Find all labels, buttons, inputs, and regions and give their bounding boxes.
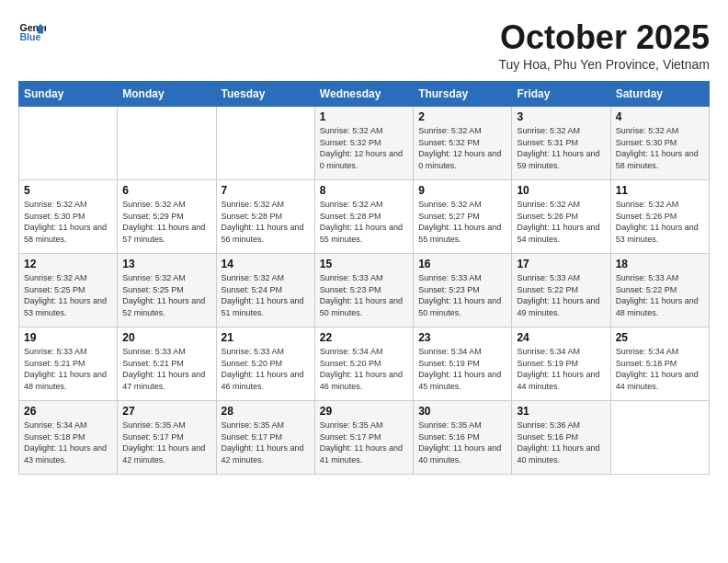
day-info: Sunrise: 5:34 AM Sunset: 5:19 PM Dayligh… [418, 346, 506, 392]
header-friday: Friday [512, 82, 610, 107]
day-number: 20 [122, 331, 210, 344]
calendar-table: Sunday Monday Tuesday Wednesday Thursday… [18, 81, 710, 475]
day-cell [118, 107, 216, 180]
day-number: 26 [24, 405, 112, 418]
day-info: Sunrise: 5:34 AM Sunset: 5:18 PM Dayligh… [616, 346, 704, 392]
day-info: Sunrise: 5:34 AM Sunset: 5:19 PM Dayligh… [517, 346, 605, 392]
title-section: October 2025 Tuy Hoa, Phu Yen Province, … [498, 18, 710, 72]
logo-icon: General Blue [18, 18, 46, 46]
day-number: 15 [320, 258, 408, 270]
day-cell: 5Sunrise: 5:32 AM Sunset: 5:30 PM Daylig… [19, 180, 118, 254]
day-info: Sunrise: 5:32 AM Sunset: 5:25 PM Dayligh… [122, 272, 210, 318]
day-info: Sunrise: 5:32 AM Sunset: 5:26 PM Dayligh… [517, 199, 605, 245]
day-number: 21 [222, 331, 310, 344]
day-number: 23 [418, 331, 506, 344]
header-tuesday: Tuesday [216, 82, 314, 107]
day-number: 3 [517, 110, 605, 123]
day-cell: 13Sunrise: 5:32 AM Sunset: 5:25 PM Dayli… [118, 254, 216, 327]
day-number: 12 [24, 258, 112, 270]
day-number: 11 [616, 184, 704, 197]
day-info: Sunrise: 5:32 AM Sunset: 5:30 PM Dayligh… [24, 199, 112, 245]
day-cell: 17Sunrise: 5:33 AM Sunset: 5:22 PM Dayli… [512, 254, 610, 327]
day-cell: 6Sunrise: 5:32 AM Sunset: 5:29 PM Daylig… [118, 180, 216, 254]
day-number: 18 [616, 258, 704, 270]
day-number: 14 [222, 258, 310, 270]
day-info: Sunrise: 5:35 AM Sunset: 5:17 PM Dayligh… [222, 419, 310, 465]
day-number: 22 [320, 331, 408, 344]
location-title: Tuy Hoa, Phu Yen Province, Vietnam [498, 57, 710, 72]
day-number: 4 [616, 110, 704, 123]
day-info: Sunrise: 5:33 AM Sunset: 5:22 PM Dayligh… [616, 272, 704, 318]
day-cell: 11Sunrise: 5:32 AM Sunset: 5:26 PM Dayli… [610, 180, 709, 254]
day-cell: 23Sunrise: 5:34 AM Sunset: 5:19 PM Dayli… [414, 327, 512, 401]
day-info: Sunrise: 5:32 AM Sunset: 5:25 PM Dayligh… [24, 272, 112, 318]
page-header: General Blue October 2025 Tuy Hoa, Phu Y… [18, 18, 710, 72]
day-cell: 9Sunrise: 5:32 AM Sunset: 5:27 PM Daylig… [414, 180, 512, 254]
day-cell: 28Sunrise: 5:35 AM Sunset: 5:17 PM Dayli… [216, 401, 314, 475]
day-info: Sunrise: 5:32 AM Sunset: 5:30 PM Dayligh… [616, 125, 704, 171]
day-info: Sunrise: 5:35 AM Sunset: 5:16 PM Dayligh… [418, 419, 506, 465]
day-number: 1 [320, 110, 408, 123]
day-info: Sunrise: 5:32 AM Sunset: 5:32 PM Dayligh… [320, 125, 408, 171]
day-cell: 30Sunrise: 5:35 AM Sunset: 5:16 PM Dayli… [414, 401, 512, 475]
day-number: 27 [122, 405, 210, 418]
day-info: Sunrise: 5:34 AM Sunset: 5:18 PM Dayligh… [24, 419, 112, 465]
week-row-5: 26Sunrise: 5:34 AM Sunset: 5:18 PM Dayli… [19, 401, 710, 475]
day-info: Sunrise: 5:32 AM Sunset: 5:28 PM Dayligh… [222, 199, 310, 245]
day-cell: 22Sunrise: 5:34 AM Sunset: 5:20 PM Dayli… [314, 327, 413, 401]
day-number: 5 [24, 184, 112, 197]
day-cell: 24Sunrise: 5:34 AM Sunset: 5:19 PM Dayli… [512, 327, 610, 401]
week-row-4: 19Sunrise: 5:33 AM Sunset: 5:21 PM Dayli… [19, 327, 710, 401]
day-number: 7 [222, 184, 310, 197]
day-number: 6 [122, 184, 210, 197]
week-row-3: 12Sunrise: 5:32 AM Sunset: 5:25 PM Dayli… [19, 254, 710, 327]
day-cell: 25Sunrise: 5:34 AM Sunset: 5:18 PM Dayli… [610, 327, 709, 401]
day-number: 2 [418, 110, 506, 123]
day-number: 25 [616, 331, 704, 344]
day-number: 17 [517, 258, 605, 270]
day-cell: 16Sunrise: 5:33 AM Sunset: 5:23 PM Dayli… [414, 254, 512, 327]
header-monday: Monday [118, 82, 216, 107]
day-cell: 19Sunrise: 5:33 AM Sunset: 5:21 PM Dayli… [19, 327, 118, 401]
day-info: Sunrise: 5:33 AM Sunset: 5:21 PM Dayligh… [122, 346, 210, 392]
day-number: 30 [418, 405, 506, 418]
day-cell [216, 107, 314, 180]
day-info: Sunrise: 5:35 AM Sunset: 5:17 PM Dayligh… [320, 419, 408, 465]
day-info: Sunrise: 5:33 AM Sunset: 5:21 PM Dayligh… [24, 346, 112, 392]
logo: General Blue [18, 18, 46, 46]
day-number: 10 [517, 184, 605, 197]
day-cell [610, 401, 709, 475]
day-cell: 10Sunrise: 5:32 AM Sunset: 5:26 PM Dayli… [512, 180, 610, 254]
day-cell: 27Sunrise: 5:35 AM Sunset: 5:17 PM Dayli… [118, 401, 216, 475]
day-cell: 7Sunrise: 5:32 AM Sunset: 5:28 PM Daylig… [216, 180, 314, 254]
day-info: Sunrise: 5:35 AM Sunset: 5:17 PM Dayligh… [122, 419, 210, 465]
day-cell: 21Sunrise: 5:33 AM Sunset: 5:20 PM Dayli… [216, 327, 314, 401]
day-number: 29 [320, 405, 408, 418]
day-cell: 1Sunrise: 5:32 AM Sunset: 5:32 PM Daylig… [314, 107, 413, 180]
day-cell: 2Sunrise: 5:32 AM Sunset: 5:32 PM Daylig… [414, 107, 512, 180]
day-cell [19, 107, 118, 180]
day-cell: 3Sunrise: 5:32 AM Sunset: 5:31 PM Daylig… [512, 107, 610, 180]
day-info: Sunrise: 5:32 AM Sunset: 5:28 PM Dayligh… [320, 199, 408, 245]
svg-text:Blue: Blue [20, 31, 41, 42]
header-saturday: Saturday [610, 82, 709, 107]
day-cell: 20Sunrise: 5:33 AM Sunset: 5:21 PM Dayli… [118, 327, 216, 401]
day-info: Sunrise: 5:33 AM Sunset: 5:23 PM Dayligh… [418, 272, 506, 318]
day-info: Sunrise: 5:32 AM Sunset: 5:29 PM Dayligh… [122, 199, 210, 245]
day-cell: 8Sunrise: 5:32 AM Sunset: 5:28 PM Daylig… [314, 180, 413, 254]
day-info: Sunrise: 5:32 AM Sunset: 5:24 PM Dayligh… [222, 272, 310, 318]
day-info: Sunrise: 5:32 AM Sunset: 5:26 PM Dayligh… [616, 199, 704, 245]
day-number: 8 [320, 184, 408, 197]
day-cell: 14Sunrise: 5:32 AM Sunset: 5:24 PM Dayli… [216, 254, 314, 327]
day-cell: 12Sunrise: 5:32 AM Sunset: 5:25 PM Dayli… [19, 254, 118, 327]
day-info: Sunrise: 5:32 AM Sunset: 5:31 PM Dayligh… [517, 125, 605, 171]
day-number: 19 [24, 331, 112, 344]
day-cell: 26Sunrise: 5:34 AM Sunset: 5:18 PM Dayli… [19, 401, 118, 475]
day-info: Sunrise: 5:32 AM Sunset: 5:32 PM Dayligh… [418, 125, 506, 171]
month-title: October 2025 [498, 18, 710, 57]
header-wednesday: Wednesday [314, 82, 413, 107]
day-number: 9 [418, 184, 506, 197]
day-cell: 29Sunrise: 5:35 AM Sunset: 5:17 PM Dayli… [314, 401, 413, 475]
header-thursday: Thursday [414, 82, 512, 107]
day-number: 24 [517, 331, 605, 344]
